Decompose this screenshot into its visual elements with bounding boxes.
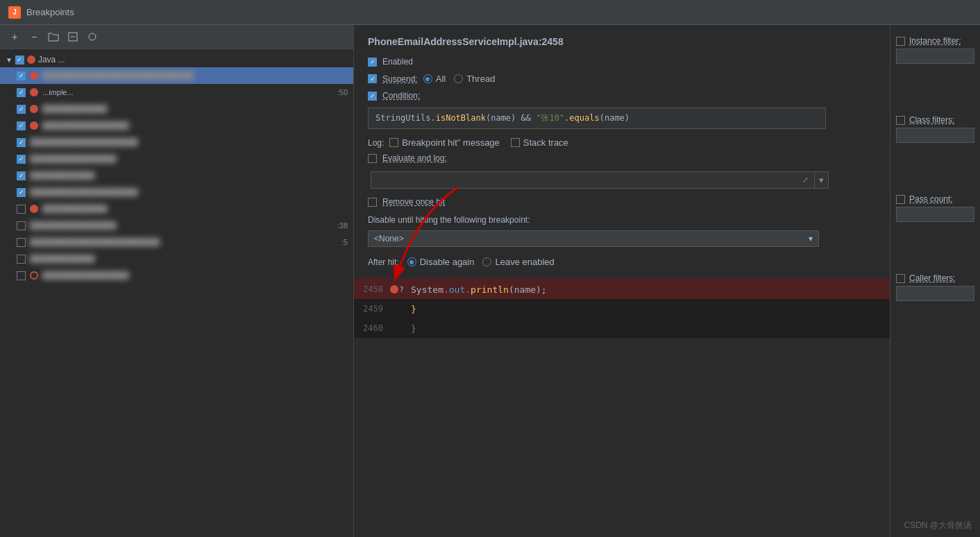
list-item[interactable]: ...imple... :50 — [0, 84, 353, 101]
refresh-button[interactable] — [85, 29, 100, 44]
item-checkbox[interactable] — [17, 221, 26, 230]
out-text: out — [449, 284, 465, 295]
pass-count-input[interactable] — [896, 207, 974, 222]
disable-again-radio[interactable] — [407, 257, 416, 266]
export-button[interactable] — [65, 29, 81, 44]
remove-checkbox[interactable] — [368, 198, 377, 207]
list-item[interactable]: ████████████████████████████ — [0, 67, 353, 84]
code-equals-method: equals — [569, 113, 599, 123]
remove-label: Remove once hit — [382, 197, 445, 207]
bp-hit-label: Breakpoint hit" message — [402, 137, 499, 148]
class-filters-input[interactable] — [896, 128, 974, 143]
class-filters-section: Class filters: — [896, 115, 974, 143]
title-bar: J Breakpoints — [0, 0, 980, 25]
log-label: Log: — [368, 138, 384, 148]
suspend-label: Suspend: — [382, 74, 418, 84]
group-header[interactable]: ▼ Java ... — [0, 52, 353, 67]
list-item[interactable]: ████████████████ — [0, 267, 353, 284]
code-line-2458: 2458 ? System.out.println(name); — [354, 280, 980, 299]
item-checkbox[interactable] — [17, 205, 26, 214]
list-item[interactable]: ████████████ — [0, 201, 353, 217]
thread-label: Thread — [466, 74, 495, 84]
list-item[interactable]: ████████████████████ — [0, 134, 353, 151]
evaluate-input-section: ⤢ ▾ — [371, 171, 966, 189]
dot: . — [443, 284, 449, 295]
line-number-2458: 2458 — [354, 284, 389, 294]
evaluate-input[interactable] — [371, 173, 797, 188]
item-checkbox[interactable] — [17, 255, 26, 264]
title-bar-text: Breakpoints — [26, 7, 74, 17]
class-filters-header: Class filters: — [896, 115, 974, 125]
suspend-all[interactable]: All — [423, 74, 446, 84]
bp-hit-checkbox[interactable] — [389, 138, 398, 147]
caller-filters-input[interactable] — [896, 286, 974, 301]
disable-again-item[interactable]: Disable again — [407, 257, 475, 267]
list-item[interactable]: ████████████████ — [0, 151, 353, 167]
evaluate-checkbox[interactable] — [368, 154, 377, 163]
code-content-2458: System.out.println(name); — [405, 283, 552, 296]
breakpoint-icon — [30, 88, 38, 96]
disable-until-row: Disable until hitting the following brea… — [368, 215, 966, 225]
brace-close: } — [411, 304, 416, 314]
item-checkbox[interactable] — [17, 71, 26, 80]
dropdown-arrow[interactable]: ▾ — [814, 172, 828, 188]
item-text: ████████████████████ — [30, 188, 348, 196]
list-item[interactable]: ████████████ — [0, 167, 353, 184]
item-text: ████████████████ — [30, 221, 333, 230]
breakpoint-title: PhoneEmailAddressServiceImpl.java:2458 — [368, 36, 966, 47]
pass-count-checkbox[interactable] — [896, 195, 905, 204]
disable-again-label: Disable again — [420, 257, 475, 267]
instance-filter-checkbox[interactable] — [896, 37, 905, 46]
filters-panel: Instance filter: Class filters: Pass cou… — [890, 25, 980, 537]
instance-filter-header: Instance filter: — [896, 36, 974, 46]
code-string-val: "张10" — [536, 113, 564, 123]
remove-button[interactable]: − — [26, 29, 42, 44]
list-item[interactable]: ████████████████ — [0, 117, 353, 134]
caller-filters-checkbox[interactable] — [896, 274, 905, 283]
list-item[interactable]: ████████████ — [0, 250, 353, 267]
list-item[interactable]: ████████████████████ — [0, 184, 353, 201]
watermark: CSDN @大骨熬汤 — [904, 520, 972, 531]
item-text: ████████████████████████ — [30, 238, 337, 246]
all-radio[interactable] — [423, 74, 432, 83]
evaluate-input-wrapper: ⤢ ▾ — [371, 171, 829, 189]
brace-close-2: } — [411, 323, 416, 334]
item-checkbox[interactable] — [17, 121, 26, 130]
class-filters-checkbox[interactable] — [896, 116, 905, 125]
group-checkbox[interactable] — [15, 56, 24, 65]
dot2: . — [465, 284, 471, 295]
add-button[interactable]: + — [7, 29, 22, 44]
item-checkbox[interactable] — [17, 105, 26, 114]
suspend-thread[interactable]: Thread — [454, 74, 495, 84]
item-text: ████████████ — [30, 171, 348, 180]
stack-trace-checkbox[interactable] — [511, 138, 520, 147]
expand-button[interactable]: ⤢ — [798, 173, 813, 187]
none-dropdown-value: <None> — [374, 234, 404, 244]
item-checkbox[interactable] — [17, 238, 26, 247]
enabled-checkbox[interactable] — [368, 58, 377, 67]
list-item[interactable]: ████████████████ :38 — [0, 217, 353, 234]
none-dropdown[interactable]: <None> ▾ — [368, 230, 819, 247]
leave-enabled-radio[interactable] — [482, 257, 491, 266]
item-checkbox[interactable] — [17, 88, 26, 97]
breakpoint-icon — [30, 271, 38, 280]
println-text: println — [471, 284, 509, 295]
leave-enabled-item[interactable]: Leave enabled — [482, 257, 554, 267]
condition-code-box[interactable]: StringUtils.isNotBlank(name) && "张10".eq… — [368, 108, 826, 129]
item-checkbox[interactable] — [17, 188, 26, 197]
pass-count-label: Pass count: — [909, 194, 953, 204]
condition-checkbox[interactable] — [368, 92, 377, 101]
folder-button[interactable] — [46, 29, 61, 44]
thread-radio[interactable] — [454, 74, 463, 83]
system-text: System — [411, 284, 443, 295]
list-item[interactable]: ████████████████████████ :5 — [0, 234, 353, 250]
suspend-checkbox[interactable] — [368, 74, 377, 83]
list-item[interactable]: ████████████ — [0, 101, 353, 117]
item-checkbox[interactable] — [17, 171, 26, 180]
item-checkbox[interactable] — [17, 271, 26, 280]
item-checkbox[interactable] — [17, 138, 26, 147]
item-checkbox[interactable] — [17, 155, 26, 164]
stack-trace-label: Stack trace — [523, 137, 568, 148]
instance-filter-input[interactable] — [896, 49, 974, 64]
group-icon — [27, 56, 35, 64]
